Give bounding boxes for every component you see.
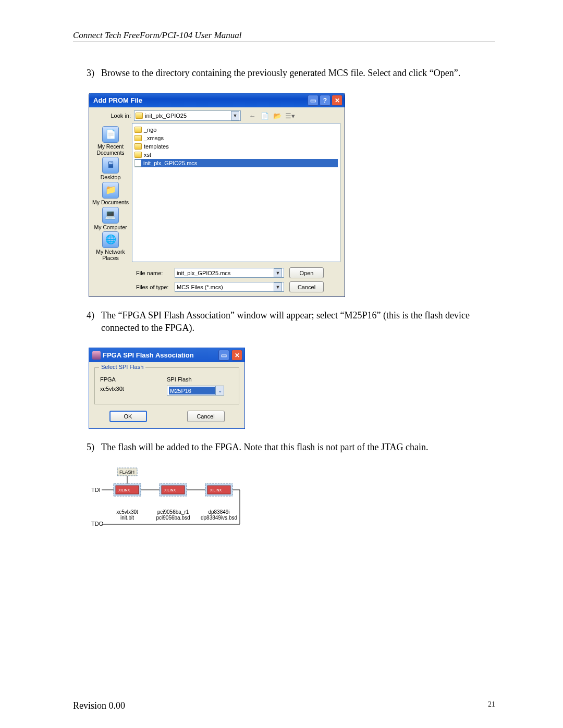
titlebar[interactable]: Add PROM File ▭ ? ✕ bbox=[89, 93, 345, 107]
file-name: init_plx_GPIO25.mcs bbox=[143, 160, 197, 166]
mydocs-icon: 📁 bbox=[102, 182, 119, 199]
contexthelp-icon[interactable]: ▭ bbox=[218, 350, 229, 361]
new-folder-icon[interactable]: 📂 bbox=[272, 110, 283, 121]
chevron-down-icon[interactable]: ⌄ bbox=[215, 386, 224, 395]
chip-2: XILINX bbox=[160, 484, 187, 496]
folder-icon bbox=[134, 152, 142, 158]
place-label: Desktop bbox=[101, 175, 121, 181]
chip2-l2: pci9056ba.bsd bbox=[156, 515, 190, 521]
chip-brand: XILINX bbox=[118, 488, 130, 492]
doc-header: Connect Tech FreeForm/PCI-104 User Manua… bbox=[73, 30, 495, 42]
chip-brand: XILINX bbox=[164, 488, 176, 492]
chevron-down-icon[interactable]: ▼ bbox=[231, 111, 239, 120]
titlebar[interactable]: FPGA SPI Flash Association ▭ ✕ bbox=[89, 348, 244, 362]
page-number: 21 bbox=[488, 700, 495, 711]
computer-icon: 💻 bbox=[102, 207, 119, 224]
fpga-value: xc5vlx30t bbox=[100, 386, 167, 392]
folder-icon bbox=[134, 143, 142, 150]
add-prom-file-dialog: Add PROM File ▭ ? ✕ Look in: init_plx_GP… bbox=[89, 93, 345, 297]
chip-1: XILINX bbox=[114, 484, 141, 496]
desktop-icon: 🖥 bbox=[102, 157, 119, 174]
up-folder-icon[interactable]: 📄 bbox=[260, 110, 270, 121]
list-item[interactable]: _ngo bbox=[134, 126, 338, 134]
filetype-value: MCS Files (*.mcs) bbox=[177, 284, 274, 290]
chip-brand: XILINX bbox=[210, 488, 222, 492]
app-icon bbox=[92, 351, 101, 360]
chip2-l1: pci9056ba_r1 bbox=[157, 509, 189, 515]
recent-docs-icon: 📄 bbox=[102, 126, 119, 143]
place-label: My Network Places bbox=[90, 249, 131, 261]
close-icon[interactable]: ✕ bbox=[332, 95, 342, 106]
spi-flash-value: M25P16 bbox=[169, 387, 215, 394]
spi-column-label: SPI Flash bbox=[167, 376, 234, 382]
file-list[interactable]: _ngo _xmsgs templates xst init_plx_GPIO2… bbox=[132, 123, 340, 262]
place-mydocs[interactable]: 📁 My Documents bbox=[92, 182, 129, 206]
fpga-column-label: FPGA bbox=[100, 376, 167, 382]
file-name: templates bbox=[144, 143, 169, 150]
lookin-value: init_plx_GPIO25 bbox=[145, 113, 187, 119]
jtag-chain-diagram: TDI TDO FLASH XILINX XILINX bbox=[89, 467, 245, 529]
place-label: My Documents bbox=[92, 200, 129, 206]
chip1-l2: init.bit bbox=[120, 515, 134, 521]
step-4: 4) The “FPGA SPI Flash Association” wind… bbox=[87, 310, 495, 334]
place-recent[interactable]: 📄 My Recent Documents bbox=[90, 126, 131, 156]
cancel-button[interactable]: Cancel bbox=[187, 411, 225, 422]
step-text: The flash will be added to the FPGA. Not… bbox=[101, 441, 495, 453]
open-button[interactable]: Open bbox=[289, 267, 324, 278]
select-spi-group: Select SPI Flash FPGA xc5vlx30t SPI Flas… bbox=[94, 367, 239, 404]
dialog-title: FPGA SPI Flash Association bbox=[103, 351, 216, 359]
help-icon[interactable]: ? bbox=[320, 95, 331, 106]
chip3-l2: dp83849ivs.bsd bbox=[201, 515, 237, 521]
lookin-label: Look in: bbox=[93, 113, 131, 119]
file-name: _ngo bbox=[144, 127, 156, 133]
folder-icon bbox=[134, 127, 142, 133]
step-num: 4) bbox=[87, 310, 101, 334]
step-num: 5) bbox=[87, 441, 101, 453]
back-icon[interactable]: ← bbox=[247, 110, 258, 121]
filename-label: File name: bbox=[136, 270, 169, 276]
places-bar: 📄 My Recent Documents 🖥 Desktop 📁 My Doc… bbox=[89, 123, 132, 264]
fpga-spi-dialog: FPGA SPI Flash Association ▭ ✕ Select SP… bbox=[89, 348, 245, 429]
step-num: 3) bbox=[87, 67, 101, 79]
filetype-combo[interactable]: MCS Files (*.mcs) ▼ bbox=[175, 282, 284, 292]
folder-icon bbox=[136, 113, 143, 119]
tdo-label: TDO bbox=[91, 521, 104, 527]
flash-label: FLASH bbox=[119, 470, 134, 475]
chevron-down-icon[interactable]: ▼ bbox=[274, 282, 282, 291]
contexthelp-icon[interactable]: ▭ bbox=[308, 95, 319, 106]
chip3-l1: dp83849i bbox=[208, 509, 229, 515]
file-name: _xmsgs bbox=[144, 135, 164, 141]
chip1-l1: xc5vlx30t bbox=[116, 509, 138, 515]
dialog-title: Add PROM File bbox=[93, 96, 308, 104]
list-item[interactable]: templates bbox=[134, 142, 338, 151]
file-icon bbox=[134, 159, 141, 167]
list-item[interactable]: _xmsgs bbox=[134, 134, 338, 142]
network-icon: 🌐 bbox=[102, 231, 119, 248]
place-label: My Recent Documents bbox=[90, 144, 131, 156]
step-text: The “FPGA SPI Flash Association” window … bbox=[101, 310, 495, 334]
ok-button[interactable]: OK bbox=[109, 411, 147, 422]
cancel-button[interactable]: Cancel bbox=[289, 281, 324, 292]
folder-icon bbox=[134, 135, 142, 141]
filename-value: init_plx_GPIO25.mcs bbox=[177, 270, 274, 276]
step-text: Browse to the directory containing the p… bbox=[101, 67, 495, 79]
place-network[interactable]: 🌐 My Network Places bbox=[90, 231, 131, 261]
place-label: My Computer bbox=[94, 225, 127, 231]
close-icon[interactable]: ✕ bbox=[231, 350, 242, 361]
file-name: xst bbox=[144, 152, 151, 158]
chevron-down-icon[interactable]: ▼ bbox=[274, 268, 282, 277]
group-legend: Select SPI Flash bbox=[99, 364, 145, 370]
step-3: 3) Browse to the directory containing th… bbox=[87, 67, 495, 79]
revision-label: Revision 0.00 bbox=[73, 700, 125, 711]
lookin-combo[interactable]: init_plx_GPIO25 ▼ bbox=[134, 110, 241, 121]
views-icon[interactable]: ☰▾ bbox=[285, 110, 295, 121]
tdi-label: TDI bbox=[91, 487, 101, 493]
place-desktop[interactable]: 🖥 Desktop bbox=[101, 157, 121, 181]
spi-flash-combo[interactable]: M25P16 ⌄ bbox=[167, 386, 224, 396]
filename-input[interactable]: init_plx_GPIO25.mcs ▼ bbox=[175, 268, 284, 278]
place-mycomputer[interactable]: 💻 My Computer bbox=[94, 207, 127, 231]
step-5: 5) The flash will be added to the FPGA. … bbox=[87, 441, 495, 453]
list-item-selected[interactable]: init_plx_GPIO25.mcs bbox=[134, 159, 338, 167]
list-item[interactable]: xst bbox=[134, 151, 338, 159]
filetype-label: Files of type: bbox=[136, 284, 169, 290]
